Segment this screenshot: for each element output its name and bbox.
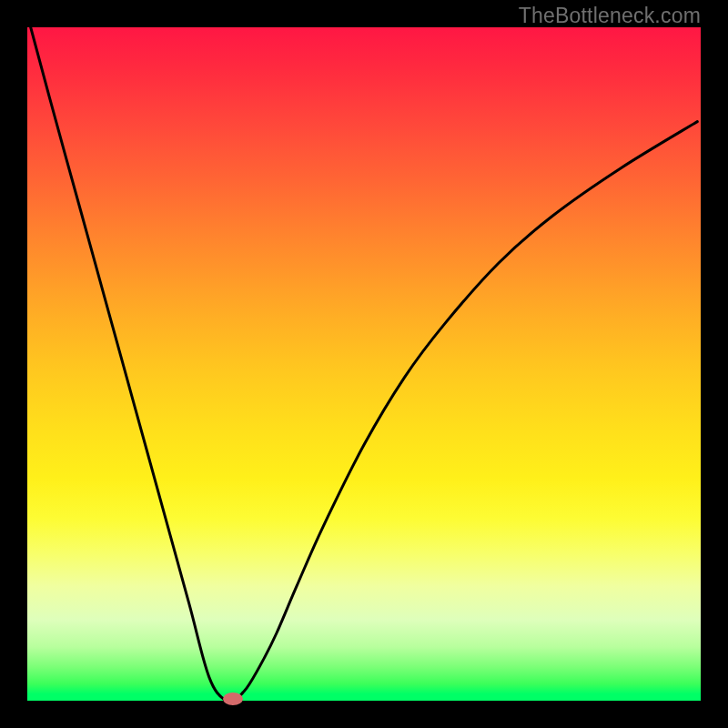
bottleneck-curve-path — [31, 27, 698, 701]
watermark-text: TheBottleneck.com — [519, 4, 701, 28]
optimal-point-marker — [223, 693, 243, 705]
chart-plot-area — [27, 27, 701, 701]
chart-curve — [27, 27, 701, 701]
